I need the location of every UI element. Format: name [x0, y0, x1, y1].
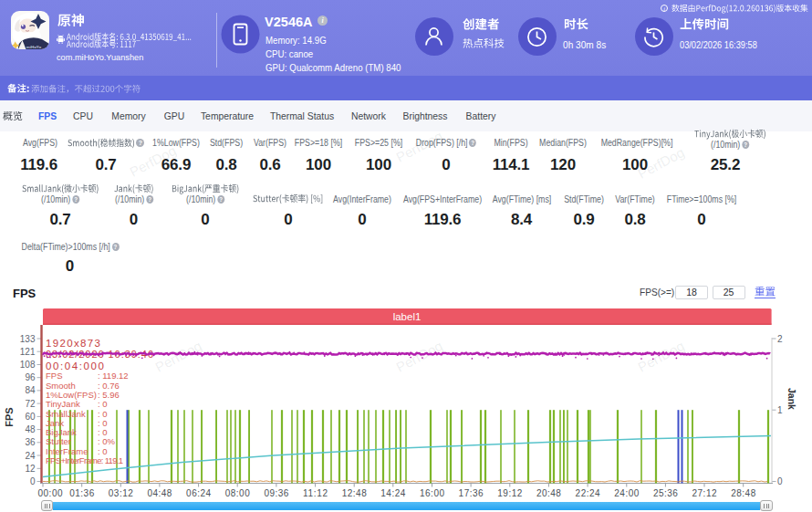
svg-text:0: 0: [777, 476, 783, 486]
svg-text:96: 96: [25, 372, 36, 382]
svg-text:28:48: 28:48: [731, 488, 755, 498]
svg-text:20:48: 20:48: [536, 488, 561, 498]
svg-text:48: 48: [25, 424, 36, 434]
svg-text:0: 0: [30, 476, 36, 486]
svg-text:12: 12: [25, 464, 36, 474]
svg-text:17:36: 17:36: [459, 488, 484, 498]
svg-text:FPS: FPS: [4, 407, 15, 426]
svg-text:04:48: 04:48: [147, 488, 172, 498]
svg-text:09:36: 09:36: [264, 488, 288, 498]
svg-text:FPS+InterFrame: 119.1: FPS+InterFrame: 119.1: [46, 455, 123, 465]
svg-text:22:24: 22:24: [576, 488, 600, 498]
svg-text:84: 84: [25, 385, 36, 395]
svg-text:16:00: 16:00: [420, 488, 444, 498]
svg-text:72: 72: [25, 399, 36, 409]
svg-text:Jank: Jank: [786, 388, 797, 410]
svg-text:08:00: 08:00: [225, 488, 250, 498]
svg-text:2: 2: [777, 334, 783, 344]
svg-text:25:36: 25:36: [653, 488, 678, 498]
svg-text:label1: label1: [393, 311, 422, 322]
svg-text:miHoYo: miHoYo: [26, 45, 42, 49]
svg-text:06:24: 06:24: [186, 488, 211, 498]
svg-text:14:24: 14:24: [380, 488, 405, 498]
svg-text:01:36: 01:36: [69, 488, 94, 498]
svg-text:27:12: 27:12: [692, 488, 717, 498]
svg-text:24:00: 24:00: [614, 488, 639, 498]
svg-text:00:00: 00:00: [38, 488, 63, 498]
svg-text:03:12: 03:12: [109, 488, 133, 498]
svg-text:36: 36: [25, 437, 36, 447]
svg-text:24: 24: [25, 451, 36, 461]
svg-text:11:12: 11:12: [303, 488, 328, 498]
svg-text:19:12: 19:12: [497, 488, 522, 498]
svg-text:1: 1: [777, 405, 783, 415]
svg-text:108: 108: [20, 360, 36, 370]
svg-text:12:48: 12:48: [342, 488, 367, 498]
svg-text:1920x873: 1920x873: [46, 338, 100, 349]
svg-text:60: 60: [25, 412, 36, 422]
svg-text:133: 133: [20, 334, 36, 344]
svg-text:00:04:000: 00:04:000: [46, 360, 104, 371]
svg-text:121: 121: [20, 347, 36, 357]
